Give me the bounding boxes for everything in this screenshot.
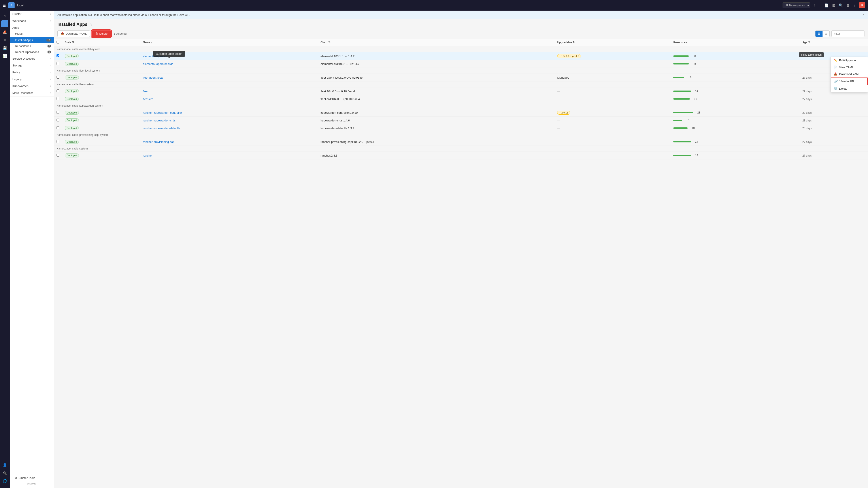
rail-users[interactable]: 👤	[1, 461, 8, 468]
select-all-checkbox[interactable]	[57, 41, 59, 43]
col-name[interactable]: Name ↓	[140, 39, 318, 46]
chart-value: rancher:2.8.3	[320, 154, 338, 157]
context-menu-item-download-yaml[interactable]: 📥 Download YAML	[831, 71, 868, 78]
col-age[interactable]: Age ⇅	[800, 39, 858, 46]
namespace-label: Namespace: cattle-fleet-system	[57, 83, 94, 86]
upgrade-icon: ↑	[559, 55, 560, 57]
col-chart[interactable]: Chart ⇅	[318, 39, 555, 46]
row-checkbox[interactable]	[57, 54, 59, 57]
sidebar-item-policy[interactable]: Policy ›	[10, 69, 54, 76]
row-actions-icon[interactable]: ⋮	[861, 139, 865, 145]
app-link[interactable]: rancher	[143, 154, 153, 157]
rail-apps[interactable]: ⊞	[1, 20, 8, 27]
delete-label: Delete	[99, 32, 108, 35]
context-menu-item-view-yaml[interactable]: 📄 View YAML	[831, 64, 868, 71]
upload-icon[interactable]: ↑	[813, 2, 816, 8]
rail-plugins[interactable]: 🔌	[1, 469, 8, 477]
sidebar-sub-item-recent-ops[interactable]: Recent Operations 0	[10, 49, 54, 55]
download-yaml-icon: 📥	[61, 32, 64, 35]
rail-storage[interactable]: 💾	[1, 44, 8, 51]
app-link[interactable]: elemental-operator-crds	[143, 62, 173, 66]
namespace-label: Namespace: cattle-provisioning-capi-syst…	[57, 133, 108, 136]
sidebar-sub-item-charts[interactable]: Charts	[10, 31, 54, 37]
cluster-tools-button[interactable]: ⚙ Cluster Tools	[12, 475, 52, 481]
row-actions-icon[interactable]: ⋮	[861, 118, 865, 123]
namespace-select[interactable]: All Namespaces	[782, 2, 810, 8]
resource-bar-container: 6	[673, 76, 797, 79]
col-upgradable[interactable]: Upgradable ⇅	[555, 39, 671, 46]
sidebar-item-apps-label: Apps	[12, 26, 19, 29]
row-actions-icon[interactable]: ⋮	[861, 110, 865, 115]
app-link[interactable]: rancher-provisioning-capi	[143, 140, 175, 144]
download-icon[interactable]: ↓	[818, 2, 822, 8]
rail-workloads[interactable]: ⛵	[1, 28, 8, 35]
resource-count: 11	[692, 97, 697, 100]
row-actions-icon[interactable]: ⋮	[861, 153, 865, 158]
app-link[interactable]: fleet-agent-local	[143, 76, 163, 79]
more-icon[interactable]: ⋮	[852, 2, 858, 8]
app-link[interactable]: rancher-kubewarden-defaults	[143, 126, 180, 130]
upgradable-value: —	[557, 126, 560, 130]
chart-value: elemental:103.1.0+up1.4.2	[320, 55, 354, 58]
rail-global[interactable]: 🌐	[1, 478, 8, 485]
sidebar-item-cluster[interactable]: Cluster ›	[10, 10, 54, 18]
sidebar-item-legacy[interactable]: Legacy ›	[10, 76, 54, 83]
sidebar-item-more-resources[interactable]: More Resources ›	[10, 89, 54, 96]
app-link[interactable]: elemental-operator	[143, 55, 167, 58]
sidebar-item-workloads[interactable]: Workloads ›	[10, 18, 54, 24]
row-checkbox[interactable]	[57, 140, 59, 143]
resource-bar-container: 14	[673, 140, 797, 143]
cluster-name: local	[17, 3, 24, 7]
file-icon[interactable]: 📄	[824, 2, 830, 8]
chevron-right-icon-mr: ›	[50, 92, 51, 94]
context-menu-item-delete[interactable]: 🗑️ Delete	[831, 85, 868, 92]
rail-network[interactable]: ⊗	[1, 36, 8, 43]
row-checkbox[interactable]	[57, 111, 59, 114]
context-menu-item-view-api[interactable]: 🔗 View in API	[831, 78, 868, 85]
chart-value: kubewarden-crds:1.4.6	[320, 119, 350, 122]
sidebar-item-service-discovery[interactable]: Service Discovery ›	[10, 55, 54, 62]
app-link[interactable]: fleet	[143, 90, 148, 93]
row-checkbox[interactable]	[57, 97, 59, 100]
row-checkbox[interactable]	[57, 126, 59, 129]
col-state[interactable]: State ⇅	[62, 39, 140, 46]
upgradable-value: —	[557, 140, 560, 144]
menu-icon[interactable]: ☰	[3, 3, 6, 7]
resource-bar	[673, 98, 690, 99]
row-actions-icon[interactable]: ⋮	[861, 96, 865, 101]
row-actions-icon[interactable]: ⋮	[861, 126, 865, 131]
sidebar-item-apps[interactable]: Apps ⌄	[10, 24, 54, 31]
rail-home[interactable]: ⌂	[1, 12, 8, 20]
resource-bar-container: 5	[673, 119, 797, 122]
app-link[interactable]: fleet-crd	[143, 97, 153, 101]
row-checkbox[interactable]	[57, 76, 59, 79]
rail-monitor[interactable]: 📊	[1, 52, 8, 59]
delete-button[interactable]: 🗑 Delete	[92, 30, 111, 37]
chart-value: kubewarden-defaults:1.9.4	[320, 126, 354, 130]
layout-icon[interactable]: ⊟	[846, 2, 850, 8]
favorite-icon[interactable]: ☆	[89, 22, 92, 27]
avatar[interactable]: R	[859, 2, 865, 8]
search-icon[interactable]: 🔍	[838, 2, 844, 8]
sidebar-sub-item-repositories[interactable]: Repositories 7	[10, 43, 54, 49]
app-link[interactable]: rancher-kubewarden-controller	[143, 111, 182, 114]
page-title: Installed Apps	[57, 22, 87, 27]
download-yaml-button[interactable]: 📥 Download YAML	[57, 30, 90, 37]
row-checkbox[interactable]	[57, 119, 59, 121]
view-list-button[interactable]: ☰	[815, 31, 823, 37]
close-icon[interactable]: ×	[863, 13, 865, 17]
app-link[interactable]: rancher-kubewarden-crds	[143, 119, 176, 122]
sidebar-item-storage[interactable]: Storage ›	[10, 62, 54, 69]
sidebar-sub-item-installed-apps[interactable]: Installed Apps 17	[10, 37, 54, 43]
col-resources: Resources	[671, 39, 800, 46]
view-grid-button[interactable]: ⊞	[823, 31, 829, 37]
row-checkbox[interactable]	[57, 89, 59, 92]
row-checkbox[interactable]	[57, 62, 59, 65]
context-menu-item-edit[interactable]: ✏️ Edit/Upgrade	[831, 57, 868, 64]
sidebar-item-kubewarden[interactable]: Kubewarden ›	[10, 83, 54, 89]
row-checkbox[interactable]	[57, 154, 59, 157]
upgradable-value: —	[557, 154, 560, 157]
filter-input[interactable]	[831, 30, 865, 37]
upgradable-value: —	[557, 90, 560, 93]
grid-icon[interactable]: ⊞	[831, 2, 836, 8]
